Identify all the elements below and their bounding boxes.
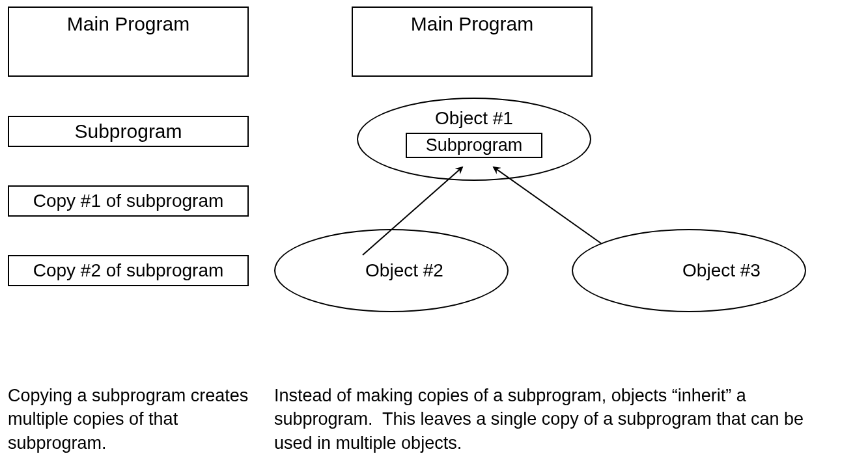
left-copy2-label: Copy #2 of subprogram xyxy=(33,260,224,281)
object3-label: Object #3 xyxy=(617,260,761,280)
object1-subprogram-label: Subprogram xyxy=(426,135,523,155)
object3-ellipse: Object #3 xyxy=(572,229,806,312)
left-subprogram-label: Subprogram xyxy=(74,120,182,142)
object2-ellipse: Object #2 xyxy=(274,229,509,312)
right-main-program-label: Main Program xyxy=(411,13,533,35)
right-main-program-box: Main Program xyxy=(352,7,593,77)
left-copy1-box: Copy #1 of subprogram xyxy=(8,185,249,217)
object2-label: Object #2 xyxy=(339,260,443,280)
object1-label: Object #1 xyxy=(435,108,513,128)
left-main-program-box: Main Program xyxy=(8,7,249,77)
object1-subprogram-box: Subprogram xyxy=(406,133,542,158)
left-subprogram-box: Subprogram xyxy=(8,116,249,147)
left-main-program-label: Main Program xyxy=(67,13,189,35)
left-caption: Copying a subprogram creates multiple co… xyxy=(8,384,249,455)
left-copy1-label: Copy #1 of subprogram xyxy=(33,191,224,211)
object1-ellipse: Object #1 Subprogram xyxy=(357,98,591,181)
left-copy2-box: Copy #2 of subprogram xyxy=(8,255,249,286)
right-caption: Instead of making copies of a subprogram… xyxy=(274,384,808,455)
